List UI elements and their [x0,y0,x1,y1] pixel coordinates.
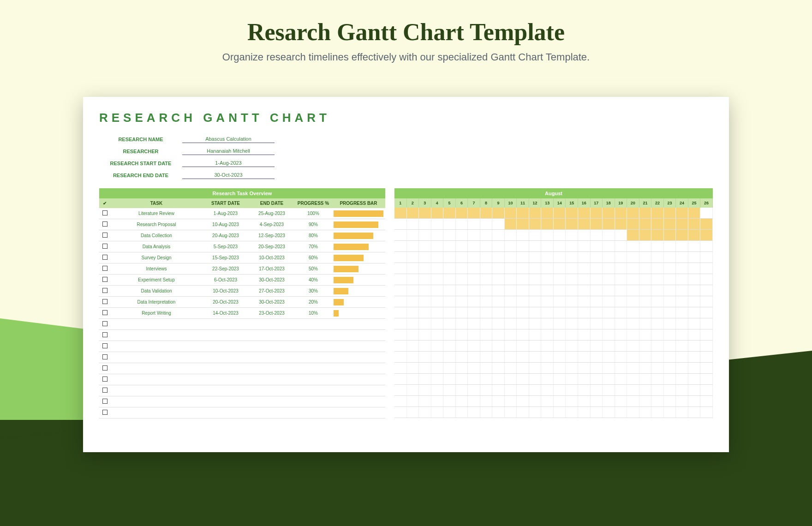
calendar-cell[interactable] [615,274,627,285]
calendar-cell[interactable] [578,329,591,340]
table-row[interactable]: Interviews22-Sep-202317-Oct-202350% [99,263,385,275]
calendar-cell[interactable] [505,318,517,329]
calendar-cell[interactable] [431,241,444,251]
calendar-cell[interactable] [676,285,688,296]
calendar-cell[interactable] [554,252,566,263]
calendar-cell[interactable] [664,208,676,218]
calendar-cell[interactable] [480,241,493,251]
table-row[interactable]: Data Interpretation20-Oct-202330-Oct-202… [99,297,385,308]
calendar-cell[interactable] [419,329,431,340]
calendar-cell[interactable] [566,352,578,362]
calendar-cell[interactable] [688,363,701,373]
calendar-cell[interactable] [566,274,578,285]
calendar-cell[interactable] [639,396,652,406]
table-row[interactable]: Data Collection20-Aug-202312-Sep-202380% [99,230,385,241]
calendar-cell[interactable] [578,296,591,307]
calendar-cell[interactable] [394,219,407,229]
calendar-cell[interactable] [407,329,419,340]
table-row[interactable] [99,396,385,407]
calendar-cell[interactable] [492,252,505,263]
calendar-cell[interactable] [627,341,639,351]
calendar-cell[interactable] [627,274,639,285]
calendar-cell[interactable] [688,219,701,229]
calendar-cell[interactable] [431,296,444,307]
calendar-cell[interactable] [566,252,578,263]
calendar-cell[interactable] [627,307,639,318]
calendar-cell[interactable] [554,263,566,274]
calendar-cell[interactable] [529,285,542,296]
calendar-cell[interactable] [541,374,554,384]
calendar-cell[interactable] [639,285,652,296]
calendar-cell[interactable] [480,274,493,285]
calendar-cell[interactable] [688,274,701,285]
calendar-cell[interactable] [591,407,603,418]
calendar-cell[interactable] [529,329,542,340]
calendar-cell[interactable] [554,396,566,406]
calendar-cell[interactable] [566,208,578,218]
calendar-cell[interactable] [431,208,444,218]
calendar-cell[interactable] [700,329,713,340]
calendar-cell[interactable] [541,363,554,373]
calendar-cell[interactable] [505,219,517,229]
calendar-cell[interactable] [431,341,444,351]
calendar-cell[interactable] [578,274,591,285]
calendar-cell[interactable] [700,219,713,229]
calendar-cell[interactable] [505,329,517,340]
calendar-cell[interactable] [578,341,591,351]
calendar-cell[interactable] [505,396,517,406]
calendar-cell[interactable] [394,208,407,218]
table-row[interactable]: Data Validation10-Oct-202327-Oct-202330% [99,286,385,297]
calendar-cell[interactable] [407,341,419,351]
calendar-cell[interactable] [468,341,480,351]
calendar-cell[interactable] [492,329,505,340]
calendar-cell[interactable] [394,318,407,329]
calendar-cell[interactable] [456,208,468,218]
calendar-cell[interactable] [651,263,664,274]
calendar-cell[interactable] [603,274,615,285]
calendar-cell[interactable] [676,385,688,395]
calendar-cell[interactable] [700,341,713,351]
calendar-cell[interactable] [700,363,713,373]
calendar-cell[interactable] [456,374,468,384]
calendar-cell[interactable] [517,241,529,251]
calendar-cell[interactable] [554,407,566,418]
calendar-cell[interactable] [431,219,444,229]
calendar-cell[interactable] [394,329,407,340]
calendar-cell[interactable] [541,252,554,263]
calendar-cell[interactable] [627,241,639,251]
calendar-cell[interactable] [651,307,664,318]
calendar-cell[interactable] [688,341,701,351]
calendar-cell[interactable] [394,407,407,418]
calendar-cell[interactable] [700,307,713,318]
calendar-cell[interactable] [676,230,688,240]
calendar-cell[interactable] [431,252,444,263]
calendar-cell[interactable] [541,219,554,229]
calendar-cell[interactable] [492,219,505,229]
calendar-cell[interactable] [676,363,688,373]
calendar-cell[interactable] [578,263,591,274]
calendar-cell[interactable] [456,407,468,418]
calendar-cell[interactable] [517,341,529,351]
calendar-cell[interactable] [578,241,591,251]
calendar-cell[interactable] [419,208,431,218]
calendar-cell[interactable] [394,307,407,318]
calendar-cell[interactable] [419,396,431,406]
calendar-cell[interactable] [431,230,444,240]
checkbox-icon[interactable] [102,388,107,393]
calendar-cell[interactable] [431,307,444,318]
calendar-cell[interactable] [591,396,603,406]
calendar-cell[interactable] [407,352,419,362]
calendar-cell[interactable] [541,274,554,285]
calendar-cell[interactable] [541,296,554,307]
calendar-cell[interactable] [456,363,468,373]
calendar-cell[interactable] [541,208,554,218]
calendar-cell[interactable] [627,385,639,395]
calendar-cell[interactable] [431,318,444,329]
calendar-cell[interactable] [676,352,688,362]
calendar-cell[interactable] [554,385,566,395]
calendar-cell[interactable] [480,341,493,351]
calendar-cell[interactable] [627,263,639,274]
calendar-cell[interactable] [529,307,542,318]
calendar-cell[interactable] [700,374,713,384]
calendar-cell[interactable] [578,363,591,373]
